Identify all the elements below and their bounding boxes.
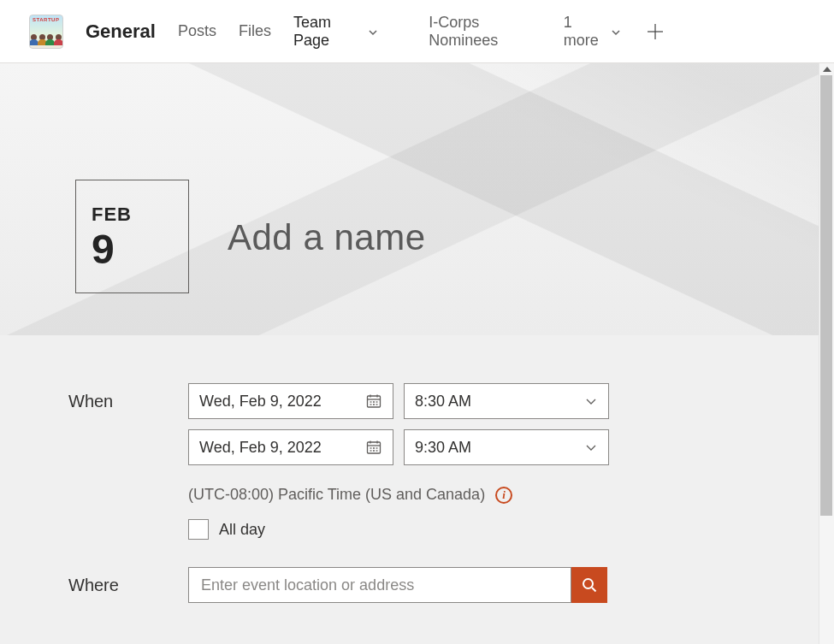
content-pane: FEB 9 Add a name When Wed, Feb 9, 2022	[0, 63, 819, 644]
tab-posts[interactable]: Posts	[178, 22, 216, 40]
tab-icorps-nominees[interactable]: I-Corps Nominees	[429, 14, 541, 50]
chevron-down-icon	[611, 27, 619, 36]
event-hero-banner: FEB 9 Add a name	[0, 63, 819, 335]
where-label: Where	[68, 576, 188, 595]
scrollbar-track[interactable]	[819, 63, 834, 644]
row-when: When Wed, Feb 9, 2022	[68, 383, 750, 540]
when-label: When	[68, 383, 188, 411]
add-tab-button[interactable]	[642, 17, 668, 46]
end-time-picker[interactable]: 9:30 AM	[404, 429, 609, 465]
tab-more[interactable]: 1 more	[564, 14, 619, 50]
channel-tab-bar: STARTUP General Posts Files Team Page I-…	[0, 0, 834, 63]
chevron-down-icon	[584, 440, 598, 454]
end-time-value: 9:30 AM	[415, 439, 471, 457]
tab-team-page-label: Team Page	[293, 14, 363, 50]
end-date-value: Wed, Feb 9, 2022	[199, 439, 322, 457]
event-date-badge: FEB 9	[75, 180, 189, 293]
event-badge-day: 9	[92, 229, 188, 270]
scrollbar-up-arrow-icon[interactable]	[819, 63, 834, 75]
all-day-label: All day	[219, 521, 265, 539]
location-search-button[interactable]	[571, 567, 607, 603]
timezone-line: (UTC-08:00) Pacific Time (US and Canada)…	[188, 486, 750, 504]
team-avatar[interactable]: STARTUP	[29, 15, 63, 49]
location-input-wrapper	[188, 567, 571, 603]
event-form: When Wed, Feb 9, 2022	[0, 335, 819, 603]
chevron-down-icon	[584, 394, 598, 408]
svg-line-23	[592, 588, 596, 592]
scrollbar-thumb[interactable]	[820, 75, 832, 516]
event-badge-month: FEB	[92, 204, 188, 226]
tab-team-page[interactable]: Team Page	[293, 14, 376, 50]
timezone-text: (UTC-08:00) Pacific Time (US and Canada)	[188, 486, 485, 504]
end-date-picker[interactable]: Wed, Feb 9, 2022	[188, 429, 393, 465]
location-input[interactable]	[199, 576, 560, 595]
start-time-value: 8:30 AM	[415, 393, 471, 411]
start-date-value: Wed, Feb 9, 2022	[199, 393, 322, 411]
all-day-checkbox[interactable]	[188, 519, 209, 540]
channel-name: General	[86, 21, 156, 43]
tab-more-label: 1 more	[564, 14, 606, 50]
content-pane-container: FEB 9 Add a name When Wed, Feb 9, 2022	[0, 63, 834, 644]
calendar-icon	[365, 439, 382, 456]
all-day-checkbox-row[interactable]: All day	[188, 519, 750, 540]
event-title-input[interactable]: Add a name	[228, 217, 426, 258]
svg-point-22	[583, 579, 593, 588]
start-time-picker[interactable]: 8:30 AM	[404, 383, 609, 419]
chevron-down-icon	[368, 27, 376, 36]
start-date-picker[interactable]: Wed, Feb 9, 2022	[188, 383, 393, 419]
info-icon[interactable]: i	[495, 487, 512, 504]
calendar-icon	[365, 393, 382, 410]
tab-files[interactable]: Files	[239, 22, 271, 40]
row-where: Where	[68, 567, 750, 603]
